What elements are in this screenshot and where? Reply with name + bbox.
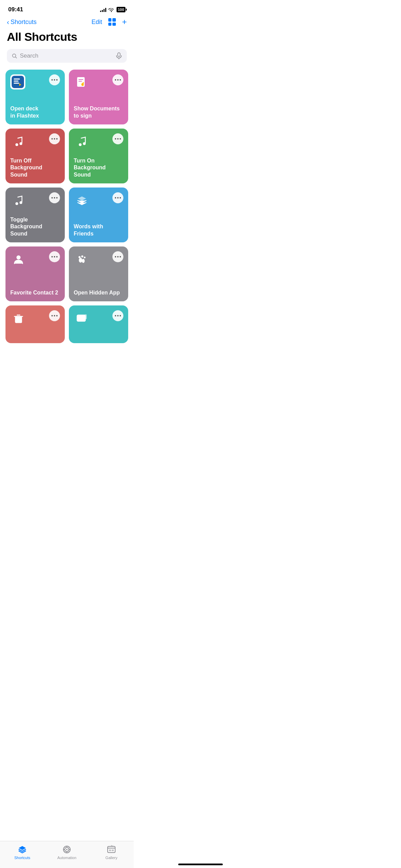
card-more-button[interactable]: [49, 251, 60, 262]
shortcut-card-open-deck[interactable]: Open deckin Flashtex: [5, 70, 65, 124]
search-container: Search: [0, 49, 134, 70]
shortcut-card-partial-photos[interactable]: [69, 305, 128, 343]
card-label: Words with Friends: [74, 223, 123, 238]
card-top: [10, 74, 60, 89]
grid-view-button[interactable]: [108, 18, 116, 26]
svg-point-16: [15, 202, 18, 205]
card-top: [74, 310, 123, 327]
battery-icon: 100: [117, 7, 125, 12]
svg-rect-4: [12, 76, 24, 88]
svg-point-20: [82, 259, 85, 263]
edit-button[interactable]: Edit: [92, 19, 102, 26]
card-top: [10, 133, 60, 150]
person-icon: [10, 251, 27, 268]
status-bar: 09:41 100: [0, 0, 134, 16]
shortcut-card-words-friends[interactable]: Words with Friends: [69, 188, 128, 242]
shortcut-card-favorite-contact[interactable]: Favorite Contact 2: [5, 246, 65, 301]
card-more-button[interactable]: [49, 310, 60, 321]
signal-icon: [100, 7, 106, 12]
svg-rect-7: [14, 83, 19, 84]
shortcut-card-show-documents[interactable]: Show Documentsto sign: [69, 70, 128, 124]
card-top: [74, 251, 123, 268]
svg-point-21: [78, 256, 81, 258]
svg-rect-31: [85, 314, 87, 319]
card-more-button[interactable]: [49, 74, 60, 85]
card-more-button[interactable]: [49, 133, 60, 144]
card-top: [10, 251, 60, 268]
grid-cell: [108, 23, 112, 26]
footprint-icon: [74, 251, 90, 268]
wifi-icon: [108, 7, 114, 12]
nav-actions: Edit +: [92, 18, 127, 26]
card-more-button[interactable]: [112, 251, 123, 262]
layers-icon: [74, 192, 90, 209]
svg-point-19: [79, 258, 82, 263]
svg-point-18: [16, 255, 21, 260]
status-time: 09:41: [8, 6, 23, 13]
shortcut-card-partial-trash[interactable]: [5, 305, 65, 343]
shortcut-card-turn-off-sound[interactable]: Turn Off BackgroundSound: [5, 129, 65, 183]
card-top: [10, 310, 60, 327]
back-chevron-icon: ‹: [7, 19, 9, 25]
status-icons: 100: [100, 7, 125, 12]
svg-rect-2: [118, 53, 120, 57]
svg-point-13: [20, 142, 22, 145]
card-top: [74, 74, 123, 91]
svg-rect-9: [78, 79, 83, 80]
card-more-button[interactable]: [112, 192, 123, 203]
shortcut-card-open-hidden-app[interactable]: Open Hidden App: [69, 246, 128, 301]
card-more-button[interactable]: [112, 133, 123, 144]
svg-point-14: [79, 143, 82, 146]
mic-icon: [116, 52, 122, 59]
svg-rect-10: [78, 81, 82, 82]
music-note-icon: [74, 133, 90, 150]
svg-point-12: [15, 143, 18, 146]
card-top: [74, 192, 123, 209]
svg-point-17: [20, 201, 22, 204]
page-title: All Shortcuts: [0, 29, 134, 49]
add-shortcut-button[interactable]: +: [122, 18, 127, 26]
shortcut-card-toggle-sound[interactable]: Toggle BackgroundSound: [5, 188, 65, 242]
shortcut-card-turn-on-sound[interactable]: Turn On BackgroundSound: [69, 129, 128, 183]
search-bar[interactable]: Search: [7, 49, 127, 63]
card-more-button[interactable]: [112, 74, 123, 85]
svg-rect-6: [14, 81, 19, 82]
card-top: [10, 192, 60, 209]
card-label: Show Documentsto sign: [74, 105, 123, 120]
svg-line-1: [15, 57, 17, 58]
svg-point-11: [83, 82, 84, 84]
music-note-icon: [10, 192, 27, 209]
grid-cell: [112, 18, 116, 22]
card-more-button[interactable]: [112, 310, 123, 321]
grid-cell: [108, 18, 112, 22]
photos-icon: [74, 310, 90, 327]
svg-point-22: [81, 255, 83, 257]
doc-sign-icon: [74, 74, 90, 91]
card-more-button[interactable]: [49, 192, 60, 203]
svg-rect-5: [14, 79, 20, 80]
page-title-text: All Shortcuts: [7, 30, 127, 44]
card-label: Turn On BackgroundSound: [74, 157, 123, 179]
music-note-icon: [10, 133, 27, 150]
svg-point-23: [84, 257, 86, 258]
nav-bar: ‹ Shortcuts Edit +: [0, 16, 134, 29]
flashtex-app-icon: [10, 74, 25, 89]
card-label: Open Hidden App: [74, 289, 123, 297]
trash-icon: [10, 310, 27, 327]
grid-cell: [112, 23, 116, 26]
svg-point-15: [83, 142, 86, 145]
card-label: Turn Off BackgroundSound: [10, 157, 60, 179]
card-label: Open deckin Flashtex: [10, 105, 60, 120]
card-label: Toggle BackgroundSound: [10, 216, 60, 238]
card-top: [74, 133, 123, 150]
search-placeholder[interactable]: Search: [20, 52, 113, 59]
search-icon: [12, 53, 17, 59]
shortcuts-grid: Open deckin Flashtex Show Documentsto si…: [0, 70, 134, 377]
nav-back-label: Shortcuts: [11, 19, 37, 26]
card-label: Favorite Contact 2: [10, 289, 60, 297]
nav-back-button[interactable]: ‹ Shortcuts: [7, 19, 37, 26]
